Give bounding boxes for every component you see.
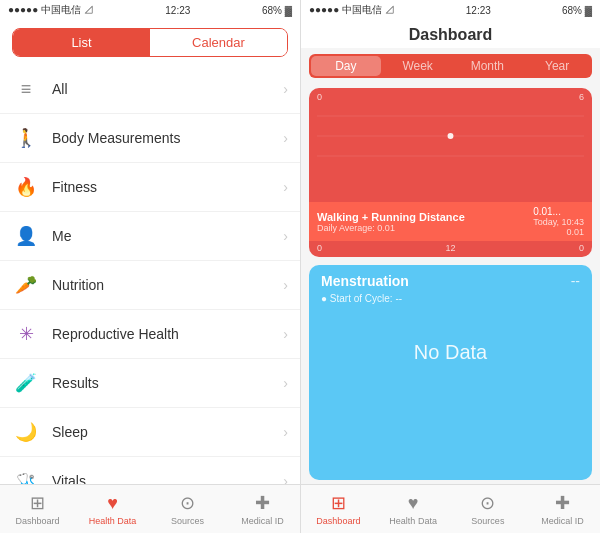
list-container: ≡ All › 🚶 Body Measurements › 🔥 Fitness …: [0, 65, 300, 484]
list-item-me[interactable]: 👤 Me ›: [0, 212, 300, 261]
fitness-chevron: ›: [283, 179, 288, 195]
chart-today-value: 0.01: [533, 227, 584, 237]
left-time: 12:23: [165, 5, 190, 16]
year-segment-btn[interactable]: Year: [522, 54, 592, 78]
right-tab-sources[interactable]: ⊙ Sources: [451, 485, 526, 533]
dashboard-tab-icon: ⊞: [30, 492, 45, 514]
results-chevron: ›: [283, 375, 288, 391]
left-panel: ●●●●● 中国电信 ⊿ 12:23 68% ▓ List Calendar ≡…: [0, 0, 300, 533]
chart-value: 0.01...: [533, 206, 584, 217]
all-chevron: ›: [283, 81, 288, 97]
chart-svg: [317, 106, 584, 166]
chart-daily-avg: Daily Average: 0.01: [317, 223, 465, 233]
menstruation-card: Menstruation -- ● Start of Cycle: -- No …: [309, 265, 592, 480]
dashboard-title: Dashboard: [301, 20, 600, 48]
reproductive-health-icon: ✳: [12, 320, 40, 348]
chart-x-right: 0: [579, 243, 584, 253]
list-item-vitals[interactable]: 🩺 Vitals ›: [0, 457, 300, 484]
sources-tab-icon: ⊙: [180, 492, 195, 514]
nutrition-icon: 🥕: [12, 271, 40, 299]
menstruation-header: Menstruation --: [309, 265, 592, 293]
list-item-fitness[interactable]: 🔥 Fitness ›: [0, 163, 300, 212]
right-panel: ●●●●● 中国电信 ⊿ 12:23 68% ▓ Dashboard Day W…: [301, 0, 600, 533]
right-tab-medical-id[interactable]: ✚ Medical ID: [525, 485, 600, 533]
sleep-chevron: ›: [283, 424, 288, 440]
chart-x-mid: 12: [445, 243, 455, 253]
chart-y-top-right: 6: [579, 92, 584, 102]
chart-info-bar: Walking + Running Distance Daily Average…: [309, 202, 592, 241]
body-measurements-icon: 🚶: [12, 124, 40, 152]
list-item-body-measurements[interactable]: 🚶 Body Measurements ›: [0, 114, 300, 163]
fitness-label: Fitness: [52, 179, 283, 195]
right-tab-bar: ⊞ Dashboard ♥ Health Data ⊙ Sources ✚ Me…: [301, 484, 600, 533]
chart-y-top-left: 0: [317, 92, 322, 102]
right-sources-tab-icon: ⊙: [480, 492, 495, 514]
health-data-tab-icon: ♥: [107, 493, 118, 514]
medical-id-tab-label: Medical ID: [241, 516, 284, 526]
medical-id-tab-icon: ✚: [255, 492, 270, 514]
fitness-icon: 🔥: [12, 173, 40, 201]
chart-today-label: Today, 10:43: [533, 217, 584, 227]
left-tab-bar: ⊞ Dashboard ♥ Health Data ⊙ Sources ✚ Me…: [0, 484, 300, 533]
week-segment-btn[interactable]: Week: [383, 54, 453, 78]
nutrition-label: Nutrition: [52, 277, 283, 293]
right-tab-health-data[interactable]: ♥ Health Data: [376, 485, 451, 533]
sleep-label: Sleep: [52, 424, 283, 440]
chart-info-left: Walking + Running Distance Daily Average…: [317, 211, 465, 233]
dashboard-tab-label: Dashboard: [15, 516, 59, 526]
all-label: All: [52, 81, 283, 97]
walking-chart-card: 0 6 Walking + Running Distance Daily Ave…: [309, 88, 592, 257]
reproductive-health-label: Reproductive Health: [52, 326, 283, 342]
right-carrier: ●●●●● 中国电信 ⊿: [309, 3, 395, 17]
left-tab-dashboard[interactable]: ⊞ Dashboard: [0, 485, 75, 533]
month-segment-btn[interactable]: Month: [453, 54, 523, 78]
right-tab-dashboard[interactable]: ⊞ Dashboard: [301, 485, 376, 533]
right-medical-tab-icon: ✚: [555, 492, 570, 514]
no-data-label: No Data: [309, 312, 592, 392]
left-tab-medical-id[interactable]: ✚ Medical ID: [225, 485, 300, 533]
me-label: Me: [52, 228, 283, 244]
vitals-icon: 🩺: [12, 467, 40, 484]
left-battery: 68% ▓: [262, 5, 292, 16]
chart-x-left: 0: [317, 243, 322, 253]
results-icon: 🧪: [12, 369, 40, 397]
chart-area: [309, 102, 592, 202]
right-sources-tab-label: Sources: [471, 516, 504, 526]
list-item-reproductive-health[interactable]: ✳ Reproductive Health ›: [0, 310, 300, 359]
left-carrier: ●●●●● 中国电信 ⊿: [8, 3, 94, 17]
calendar-tab[interactable]: Calendar: [150, 29, 287, 56]
list-item-all[interactable]: ≡ All ›: [0, 65, 300, 114]
sleep-icon: 🌙: [12, 418, 40, 446]
left-tab-health-data[interactable]: ♥ Health Data: [75, 485, 150, 533]
chart-info-right: 0.01... Today, 10:43 0.01: [533, 206, 584, 237]
results-label: Results: [52, 375, 283, 391]
vitals-chevron: ›: [283, 473, 288, 484]
nutrition-chevron: ›: [283, 277, 288, 293]
vitals-label: Vitals: [52, 473, 283, 484]
left-status-bar: ●●●●● 中国电信 ⊿ 12:23 68% ▓: [0, 0, 300, 20]
right-dashboard-tab-icon: ⊞: [331, 492, 346, 514]
reproductive-health-chevron: ›: [283, 326, 288, 342]
svg-point-3: [448, 133, 454, 139]
me-chevron: ›: [283, 228, 288, 244]
right-medical-tab-label: Medical ID: [541, 516, 584, 526]
list-item-sleep[interactable]: 🌙 Sleep ›: [0, 408, 300, 457]
left-segment-control: List Calendar: [12, 28, 288, 57]
all-icon: ≡: [12, 75, 40, 103]
right-status-bar: ●●●●● 中国电信 ⊿ 12:23 68% ▓: [301, 0, 600, 20]
body-measurements-label: Body Measurements: [52, 130, 283, 146]
list-tab[interactable]: List: [13, 29, 150, 56]
menstruation-subtitle: ● Start of Cycle: --: [309, 293, 592, 312]
right-health-tab-icon: ♥: [408, 493, 419, 514]
left-tab-sources[interactable]: ⊙ Sources: [150, 485, 225, 533]
day-segment-btn[interactable]: Day: [311, 56, 381, 76]
list-item-nutrition[interactable]: 🥕 Nutrition ›: [0, 261, 300, 310]
menstruation-title: Menstruation: [321, 273, 409, 289]
time-segment-control: Day Week Month Year: [309, 54, 592, 78]
list-item-results[interactable]: 🧪 Results ›: [0, 359, 300, 408]
body-measurements-chevron: ›: [283, 130, 288, 146]
chart-title: Walking + Running Distance: [317, 211, 465, 223]
me-icon: 👤: [12, 222, 40, 250]
right-dashboard-tab-label: Dashboard: [316, 516, 360, 526]
sources-tab-label: Sources: [171, 516, 204, 526]
